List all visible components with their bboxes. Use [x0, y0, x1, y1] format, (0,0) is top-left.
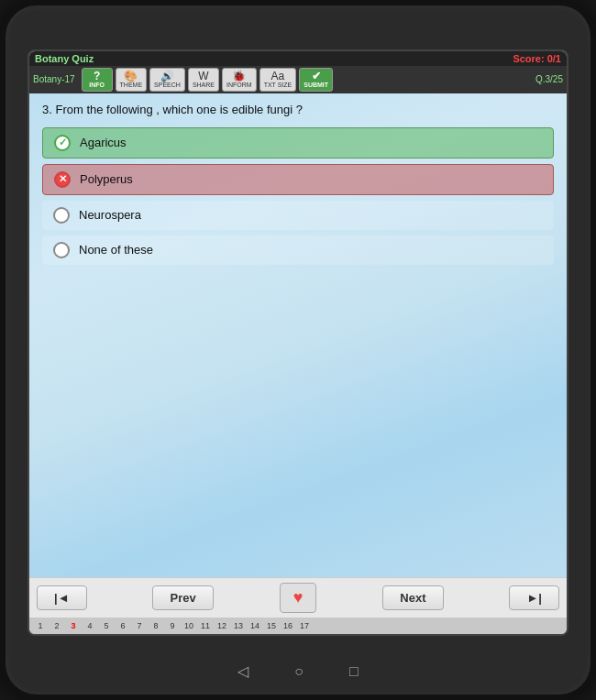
score-display: Score: 0/1 — [513, 53, 561, 64]
speech-label: SPEECH — [154, 82, 181, 89]
radio-b: ✕ — [54, 171, 71, 188]
last-icon: ►| — [526, 591, 542, 605]
page-num-5[interactable]: 5 — [99, 620, 114, 631]
page-num-6[interactable]: 6 — [116, 620, 130, 631]
page-num-17[interactable]: 17 — [297, 620, 312, 631]
page-num-16[interactable]: 16 — [281, 620, 295, 631]
recent-button[interactable]: □ — [349, 663, 359, 680]
android-nav: ◁ ○ □ — [15, 657, 581, 685]
x-icon-b: ✕ — [59, 173, 67, 185]
check-icon-a: ✓ — [59, 137, 67, 148]
submit-button[interactable]: ✔ SUBMIT — [299, 68, 333, 92]
help-label: INFO — [89, 82, 105, 89]
option-c[interactable]: Neurospera — [42, 201, 554, 230]
txtsize-label: TXT SIZE — [264, 82, 292, 89]
option-d-text: None of these — [79, 243, 153, 257]
home-button[interactable]: ○ — [294, 663, 304, 680]
speech-button[interactable]: 🔊 SPEECH — [149, 68, 185, 92]
radio-c — [53, 207, 70, 224]
quiz-content: 3. From the following , which one is edi… — [29, 93, 567, 577]
txtsize-icon: Aa — [271, 71, 285, 82]
header-bar: Botany Quiz Score: 0/1 — [29, 51, 567, 66]
page-num-4[interactable]: 4 — [83, 620, 97, 631]
option-b[interactable]: ✕ Polyperus — [42, 164, 554, 195]
speech-icon: 🔊 — [160, 71, 174, 82]
radio-d — [53, 242, 70, 258]
submit-label: SUBMIT — [304, 82, 328, 89]
next-button[interactable]: Next — [382, 585, 443, 610]
first-icon: |◄ — [54, 591, 70, 605]
theme-button[interactable]: 🎨 THEME — [116, 68, 148, 92]
page-num-15[interactable]: 15 — [264, 620, 279, 631]
question-text: 3. From the following , which one is edi… — [42, 103, 554, 116]
page-num-8[interactable]: 8 — [149, 620, 163, 631]
app-title: Botany Quiz — [35, 53, 94, 64]
theme-icon: 🎨 — [124, 71, 138, 82]
prev-button[interactable]: Prev — [152, 585, 213, 610]
prev-label: Prev — [170, 591, 195, 605]
page-num-10[interactable]: 10 — [182, 620, 196, 631]
page-numbers: 1234567891011121314151617 — [29, 618, 567, 634]
option-c-text: Neurospera — [79, 208, 141, 222]
page-num-14[interactable]: 14 — [248, 620, 262, 631]
page-num-7[interactable]: 7 — [132, 620, 147, 631]
first-button[interactable]: |◄ — [37, 585, 87, 610]
help-button[interactable]: ? INFO — [82, 68, 113, 92]
toolbar: Botany-17 ? INFO 🎨 THEME 🔊 SPEECH W SHAR… — [29, 66, 567, 93]
page-num-1[interactable]: 1 — [33, 620, 48, 631]
submit-icon: ✔ — [312, 71, 321, 82]
theme-label: THEME — [120, 82, 143, 89]
txtsize-button[interactable]: Aa TXT SIZE — [259, 68, 297, 92]
last-button[interactable]: ►| — [509, 585, 559, 610]
inform-icon: 🐞 — [232, 71, 246, 82]
option-a[interactable]: ✓ Agaricus — [42, 127, 554, 159]
share-button[interactable]: W SHARE — [188, 68, 219, 92]
inform-button[interactable]: 🐞 INFORM — [222, 68, 257, 92]
option-b-text: Polyperus — [80, 172, 133, 186]
heart-icon: ♥ — [293, 588, 304, 607]
share-label: SHARE — [193, 82, 215, 89]
bottom-nav: |◄ Prev ♥ Next ►| — [29, 577, 567, 618]
subtitle-label: Botany-17 — [33, 74, 75, 84]
help-icon: ? — [94, 71, 100, 82]
option-d[interactable]: None of these — [42, 235, 554, 265]
inform-label: INFORM — [226, 82, 252, 89]
page-num-11[interactable]: 11 — [198, 620, 213, 631]
page-num-9[interactable]: 9 — [165, 620, 180, 631]
screen: Botany Quiz Score: 0/1 Botany-17 ? INFO … — [28, 49, 568, 636]
heart-button[interactable]: ♥ — [280, 583, 317, 613]
next-label: Next — [400, 591, 425, 605]
page-num-2[interactable]: 2 — [50, 620, 64, 631]
back-button[interactable]: ◁ — [237, 662, 248, 680]
device: Botany Quiz Score: 0/1 Botany-17 ? INFO … — [0, 0, 596, 700]
share-icon: W — [198, 71, 208, 82]
page-num-13[interactable]: 13 — [231, 620, 246, 631]
question-counter: Q.3/25 — [535, 74, 563, 84]
page-num-3[interactable]: 3 — [66, 620, 81, 631]
option-a-text: Agaricus — [80, 136, 127, 149]
page-num-12[interactable]: 12 — [215, 620, 229, 631]
radio-a: ✓ — [54, 135, 71, 151]
